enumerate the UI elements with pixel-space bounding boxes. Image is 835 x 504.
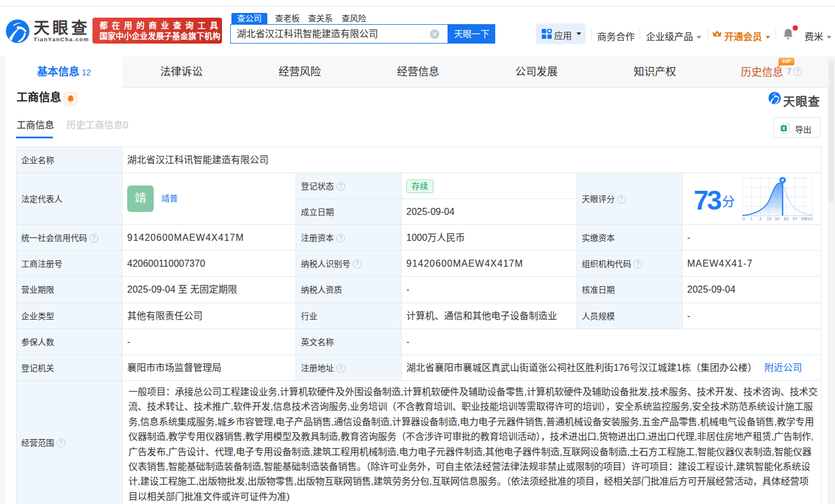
svg-text:3: 3 bbox=[759, 216, 761, 221]
svg-text:0: 0 bbox=[743, 216, 745, 221]
svg-text:15: 15 bbox=[767, 216, 772, 221]
svg-text:97: 97 bbox=[793, 216, 798, 221]
svg-text:100: 100 bbox=[805, 216, 813, 221]
svg-text:50: 50 bbox=[775, 216, 780, 221]
svg-text:1: 1 bbox=[750, 216, 753, 221]
svg-text:85: 85 bbox=[784, 216, 789, 221]
